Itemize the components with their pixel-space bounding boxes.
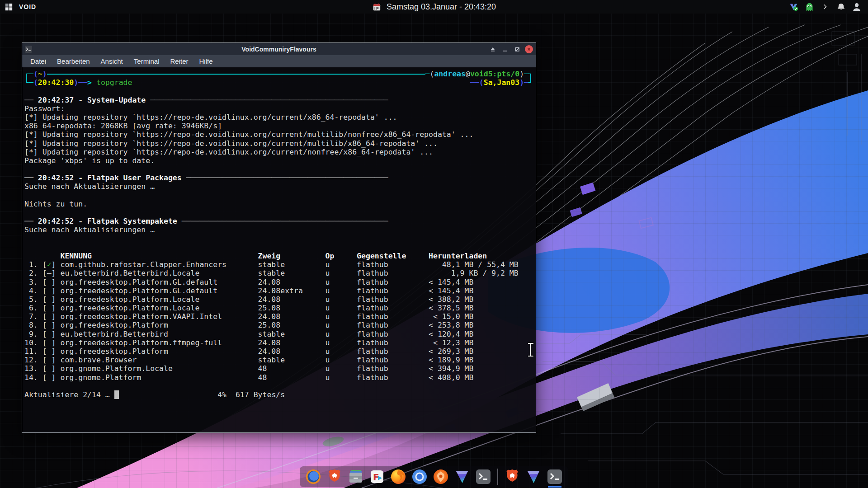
terminal-line: 13. [ ] org.gnome.Platform.Locale 48 u f… bbox=[24, 364, 533, 373]
updater-ghost-icon[interactable] bbox=[804, 1, 814, 12]
menu-terminal[interactable]: Terminal bbox=[129, 56, 164, 66]
top-panel: VOID Samstag 03.Januar - 20:43:20 bbox=[0, 0, 868, 14]
terminal-line: ── 20:42:52 - Flatpak User Packages ────… bbox=[24, 174, 533, 182]
distro-label: VOID bbox=[19, 3, 36, 10]
maximize-button[interactable] bbox=[513, 45, 522, 54]
dock-separator bbox=[497, 469, 498, 485]
terminal-line: └─(20:42:30)──> topgrade──(Sa,Jan03)─┘ bbox=[24, 78, 533, 87]
menu-reiter[interactable]: Reiter bbox=[165, 56, 193, 66]
menu-bar: DateiBearbeitenAnsichtTerminalReiterHilf… bbox=[22, 55, 536, 67]
terminal-line: Passwort: bbox=[24, 104, 533, 113]
maximize-icon bbox=[514, 46, 520, 52]
terminal-line: x86_64-repodata: 2068KB [avg rate: 3946K… bbox=[24, 122, 533, 130]
minimize-button[interactable] bbox=[500, 45, 509, 54]
notifications-bell-icon[interactable] bbox=[836, 1, 846, 12]
dock: F bbox=[300, 466, 568, 487]
terminal-line: 11. [ ] org.freedesktop.Platform 24.08 u… bbox=[24, 347, 533, 356]
calendar-icon bbox=[372, 1, 382, 12]
terminal-line bbox=[24, 235, 533, 243]
terminal-line: 3. [ ] org.freedesktop.Platform.GL.defau… bbox=[24, 278, 533, 286]
terminal-line bbox=[24, 87, 533, 95]
firefox-icon[interactable] bbox=[389, 468, 407, 486]
menu-datei[interactable]: Datei bbox=[26, 56, 51, 66]
terminal-line bbox=[24, 191, 533, 200]
terminal-app-icon[interactable] bbox=[474, 468, 492, 486]
terminal-line: 10. [ ] org.freedesktop.Platform.ffmpeg-… bbox=[24, 338, 533, 347]
terminal-window: VoidCommuniryFlavours DateiBearbeitenAns… bbox=[22, 42, 536, 433]
terminal-running-icon[interactable] bbox=[546, 468, 564, 486]
menu-ansicht[interactable]: Ansicht bbox=[96, 56, 127, 66]
terminal-line: 8. [ ] org.freedesktop.Platform 25.08 u … bbox=[24, 321, 533, 329]
triangle-app-icon[interactable] bbox=[453, 468, 471, 486]
terminal-line: Aktualisiere 2/14 … 4% 617 Bytes/s bbox=[24, 390, 533, 399]
file-manager-icon[interactable] bbox=[347, 468, 365, 486]
panel-clock[interactable]: Samstag 03.Januar - 20:43:20 bbox=[387, 2, 496, 12]
app-grid-icon[interactable] bbox=[4, 1, 14, 12]
close-icon bbox=[526, 47, 532, 52]
menu-hilfe[interactable]: Hilfe bbox=[195, 56, 217, 66]
freetube-icon[interactable]: F bbox=[368, 468, 386, 486]
terminal-window-icon bbox=[25, 46, 32, 53]
terminal-line bbox=[24, 382, 533, 390]
desktop: VOID Samstag 03.Januar - 20:43:20 VoidCo… bbox=[0, 0, 868, 488]
terminal-line: 2. [–] eu.betterbird.Betterbird.Locale s… bbox=[24, 269, 533, 277]
terminal-line: ┌─(~)─(andreas@void5:pts/0)─┐ bbox=[24, 70, 533, 78]
terminal-line: [*] Updating repository `https://repo-de… bbox=[24, 113, 533, 122]
brave-browser-icon[interactable] bbox=[326, 468, 344, 486]
zen-browser-icon[interactable] bbox=[304, 468, 322, 486]
chromium-icon[interactable] bbox=[410, 468, 429, 486]
terminal-line: Suche nach Aktualisierungen … bbox=[24, 225, 533, 234]
terminal-line: [*] Updating repository `https://repo-de… bbox=[24, 139, 533, 148]
terminal-line bbox=[24, 208, 533, 217]
terminal-output[interactable]: ┌─(~)─(andreas@void5:pts/0)─┐└─(20:42:30… bbox=[22, 67, 536, 432]
terminal-line: Suche nach Aktualisierungen … bbox=[24, 182, 533, 191]
terminal-line: [*] Updating repository `https://repo-de… bbox=[24, 130, 533, 139]
terminal-line: 12. [ ] com.brave.Browser stable u flath… bbox=[24, 356, 533, 364]
terminal-line: ── 20:42:37 - System-Update ────────────… bbox=[24, 96, 533, 104]
minimize-icon bbox=[502, 46, 508, 52]
terminal-line bbox=[24, 243, 533, 252]
terminal-line: 5. [ ] org.freedesktop.Platform.Locale 2… bbox=[24, 295, 533, 304]
brave-browser-running-icon[interactable] bbox=[503, 468, 521, 486]
terminal-line: 1. [✓] com.github.rafostar.Clapper.Enhan… bbox=[24, 260, 533, 269]
close-button[interactable] bbox=[525, 45, 533, 53]
terminal-line: 14. [ ] org.gnome.Platform 48 u flathub … bbox=[24, 373, 533, 382]
shade-icon bbox=[490, 46, 496, 52]
user-account-icon[interactable] bbox=[852, 1, 862, 12]
phoenix-browser-icon[interactable] bbox=[432, 468, 450, 486]
shade-button[interactable] bbox=[488, 45, 497, 54]
terminal-line: [*] Updating repository `https://repo-de… bbox=[24, 148, 533, 156]
menu-bearbeiten[interactable]: Bearbeiten bbox=[52, 56, 94, 66]
vpn-status-icon[interactable] bbox=[788, 1, 798, 12]
terminal-line: Package 'xbps' is up to date. bbox=[24, 156, 533, 165]
terminal-line: 9. [ ] eu.betterbird.Betterbird stable u… bbox=[24, 330, 533, 338]
terminal-line: 7. [ ] org.freedesktop.Platform.VAAPI.In… bbox=[24, 312, 533, 321]
terminal-line bbox=[24, 165, 533, 174]
terminal-line: 4. [ ] org.freedesktop.Platform.GL.defau… bbox=[24, 286, 533, 295]
terminal-line: Nichts zu tun. bbox=[24, 200, 533, 208]
terminal-line: 6. [ ] org.freedesktop.Platform.Locale 2… bbox=[24, 304, 533, 312]
terminal-line: KENNUNG Zweig Op Gegenstelle Herunterlad… bbox=[24, 252, 533, 260]
system-tray bbox=[788, 1, 868, 12]
window-title: VoidCommuniryFlavours bbox=[22, 46, 536, 53]
window-titlebar[interactable]: VoidCommuniryFlavours bbox=[22, 43, 536, 55]
tray-expand-chevron-icon[interactable] bbox=[820, 1, 830, 12]
triangle-app-running-icon[interactable] bbox=[524, 468, 542, 486]
terminal-line: ── 20:42:52 - Flatpak Systempakete ─────… bbox=[24, 217, 533, 225]
